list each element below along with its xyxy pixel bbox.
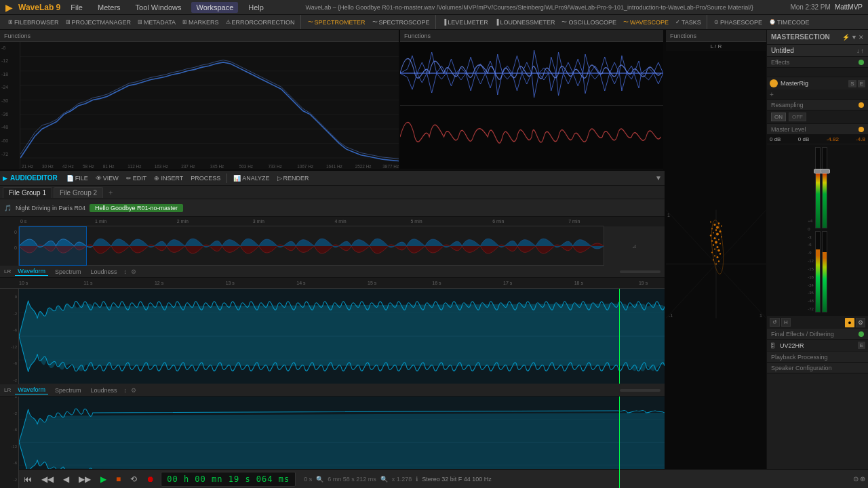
svg-text:1067 Hz: 1067 Hz — [297, 164, 313, 169]
play-back-btn[interactable]: ◀ — [60, 473, 73, 485]
toolbar-phasescope[interactable]: ⊙ PHASESCOPE — [711, 18, 765, 26]
rewind-btn[interactable]: ◀◀ — [38, 473, 57, 485]
master-level-power-indicator — [859, 127, 864, 132]
meter-hold-btn[interactable]: H — [781, 318, 791, 327]
tab-waveform-lower[interactable]: Waveform — [15, 386, 48, 394]
view-button[interactable]: 👁 VIEW — [92, 174, 122, 183]
toolbar-projectmanager[interactable]: ⊞ PROJECTMANAGER — [63, 18, 134, 26]
menu-meters[interactable]: Meters — [93, 2, 125, 13]
toolbar-markers[interactable]: ⊞ MARKERS — [180, 18, 222, 26]
add-effect-row[interactable]: + — [767, 90, 868, 100]
file-group-2-tab[interactable]: File Group 2 — [54, 187, 103, 198]
track-zoom-btn[interactable]: ↕ — [123, 268, 127, 275]
svg-point-54 — [718, 239, 719, 241]
toolbar-metadata[interactable]: ⊞ METADATA — [135, 18, 178, 26]
spectrometer-svg: 21 Hz 30 Hz 42 Hz 58 Hz 81 Hz 112 Hz 163… — [20, 42, 399, 169]
forward-btn[interactable]: ▶▶ — [75, 473, 94, 485]
add-effect-plus[interactable]: + — [770, 91, 774, 98]
master-menu-btn[interactable]: ▼ — [851, 34, 857, 41]
svg-text:2522 Hz: 2522 Hz — [355, 164, 372, 169]
tab-loudness-lower[interactable]: Loudness — [87, 386, 119, 394]
loop-btn[interactable]: ⟲ — [127, 473, 140, 485]
tab-waveform-upper[interactable]: Waveform — [15, 267, 48, 276]
toolbar-timecode[interactable]: ⌚ TIMECODE — [766, 18, 812, 26]
editor-menu-btn[interactable]: ▼ — [655, 174, 662, 182]
snap-btn[interactable]: ⊕ — [860, 475, 865, 483]
effect-slot-empty[interactable] — [767, 68, 868, 77]
file-group-1-tab[interactable]: File Group 1 — [3, 187, 52, 198]
file-button[interactable]: 📄 FILE — [63, 174, 92, 183]
track-menu-btn-upper[interactable]: ⚙ — [131, 268, 136, 275]
render-button[interactable]: ▷ RENDER — [274, 174, 313, 183]
right-fader-handle[interactable] — [821, 169, 830, 174]
svg-text:21 Hz: 21 Hz — [22, 164, 33, 169]
toolbar-levelmeter[interactable]: ▐ LEVELMETER — [440, 18, 491, 26]
svg-text:1641 Hz: 1641 Hz — [326, 164, 342, 169]
dithering-power-indicator — [859, 331, 864, 337]
preset-save-btn[interactable]: ↑ — [861, 47, 865, 54]
svg-point-43 — [717, 256, 719, 258]
masterrig-power-btn[interactable] — [770, 79, 778, 87]
track-file-badge[interactable]: Hello Goodbye R01-no-master — [90, 204, 183, 212]
analyze-button[interactable]: 📊 ANALYZE — [230, 174, 273, 183]
insert-button[interactable]: ⊕ INSERT — [151, 174, 186, 183]
tab-spectrum-upper[interactable]: Spectrum — [52, 268, 84, 276]
add-tab-btn[interactable]: + — [104, 187, 117, 198]
toolbar-errorcorrection[interactable]: ⚠ ERRORCORRECTION — [223, 18, 298, 26]
toolbar-filebrowser[interactable]: ⊞ FILEBROWSER — [5, 18, 62, 26]
process-button[interactable]: PROCESS — [187, 174, 224, 183]
svg-point-64 — [721, 226, 722, 227]
menu-help[interactable]: Help — [243, 2, 269, 13]
zoom-display: 🔍 — [380, 476, 388, 483]
resampling-on-btn[interactable]: ON — [771, 113, 786, 121]
effect-row-masterrig: MasterRig S E — [767, 77, 868, 90]
svg-text:1: 1 — [760, 313, 762, 318]
master-close-btn[interactable]: ✕ — [859, 34, 864, 41]
resampling-off-btn[interactable]: OFF — [789, 113, 806, 121]
mini-scrollbar-lower[interactable] — [620, 389, 660, 392]
scrub-btn[interactable]: ⊙ — [853, 475, 859, 483]
right-meter-fill — [823, 171, 827, 228]
track-menu-btn-lower[interactable]: ⚙ — [131, 387, 136, 394]
left-fader-track[interactable] — [815, 147, 821, 228]
master-power-btn[interactable]: ⚡ — [842, 34, 850, 41]
masterrig-s-btn[interactable]: S — [848, 80, 856, 87]
toolbar-loudnessmeter[interactable]: ▐ LOUDNESSMETER — [492, 18, 558, 26]
overview-viewport[interactable] — [19, 226, 604, 266]
track-zoom-btn-lower[interactable]: ↕ — [123, 387, 127, 394]
toolbar-tasks[interactable]: ✓ TASKS — [673, 18, 704, 26]
play-btn[interactable]: ▶ — [97, 473, 110, 485]
pencil-icon: ✏ — [126, 175, 132, 182]
master-level-meters: +4 0 -3 -6 -9 -12 -15 -18 -24 -35 -48 -7… — [767, 144, 868, 315]
svg-text:30 Hz: 30 Hz — [42, 164, 54, 169]
menu-file[interactable]: File — [66, 2, 87, 13]
toolbar-spectroscope[interactable]: 〜 SPECTROSCOPE — [370, 18, 433, 26]
svg-text:503 Hz: 503 Hz — [239, 164, 253, 169]
level-power-btn[interactable]: ● — [845, 318, 854, 327]
stop-btn[interactable]: ■ — [113, 473, 124, 485]
prev-marker-btn[interactable]: ⏮ — [20, 473, 35, 485]
right-fader-group — [822, 147, 827, 312]
record-btn[interactable]: ⏺ — [143, 473, 158, 485]
phasescope-header: Functions — [666, 30, 766, 42]
toolbar-spectrometer[interactable]: 〜 SPECTROMETER — [305, 18, 368, 26]
mini-scrollbar-upper[interactable] — [620, 270, 660, 273]
tab-loudness-upper[interactable]: Loudness — [87, 268, 119, 276]
settings-btn[interactable]: ⚙ — [856, 318, 865, 327]
toolbar-wavescope[interactable]: 〜 WAVESCOPE — [620, 18, 671, 26]
oscilloscope-upper-svg — [400, 42, 663, 105]
tab-spectrum-lower[interactable]: Spectrum — [52, 386, 84, 394]
edit-button[interactable]: ✏ EDIT — [123, 174, 151, 183]
uv22hr-e-btn[interactable]: E — [858, 342, 865, 349]
right-fader-track[interactable] — [822, 147, 827, 228]
app-body: Functions -6 -12 -18 -24 -30 -36 -48 -60… — [0, 30, 868, 488]
phase-scope-svg: -1 1 1 — [666, 51, 766, 477]
meter-reset-btn[interactable]: ↺ — [770, 318, 780, 327]
svg-text:81 Hz: 81 Hz — [103, 164, 115, 169]
svg-point-63 — [716, 226, 719, 229]
menu-workspace[interactable]: Workspace — [191, 2, 238, 13]
preset-load-btn[interactable]: ↓ — [856, 47, 860, 54]
menu-toolwindows[interactable]: Tool Windows — [131, 2, 186, 13]
toolbar-oscilloscope[interactable]: 〜 OSCILLOSCOPE — [559, 18, 619, 26]
masterrig-e-btn[interactable]: E — [858, 80, 865, 87]
